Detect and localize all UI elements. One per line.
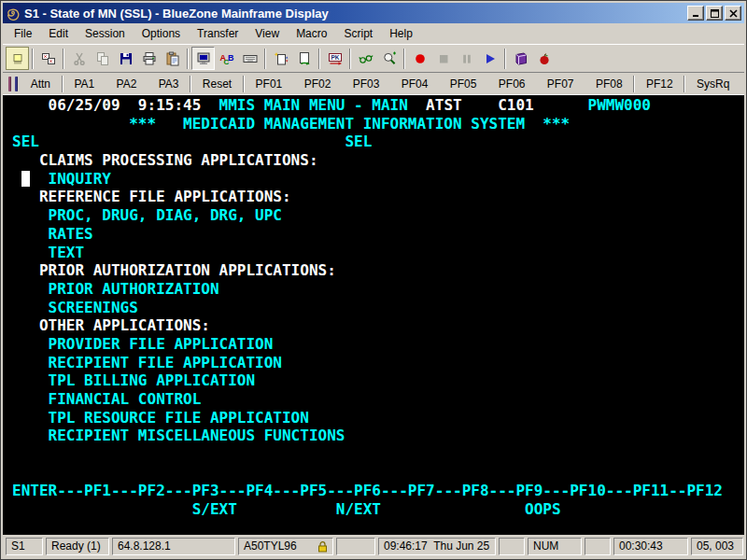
- key-pf08[interactable]: PF08: [585, 75, 633, 93]
- terminal-text: INQUIRY: [49, 170, 111, 189]
- toolbar-separator: [264, 49, 266, 69]
- display-settings-icon[interactable]: [191, 47, 215, 70]
- status-keyboard-state: NUM: [528, 538, 582, 555]
- key-pa1[interactable]: PA1: [63, 75, 106, 93]
- terminal-row-7: PROC, DRUG, DIAG, DRG, UPC: [12, 206, 744, 225]
- terminal-text: RATES: [49, 225, 93, 244]
- terminal-text: PROC, DRUG, DIAG, DRG, UPC: [49, 206, 282, 225]
- key-pf07[interactable]: PF07: [536, 75, 585, 93]
- status-host-ip: 64.8.128.1: [112, 538, 235, 555]
- menu-script[interactable]: Script: [335, 24, 381, 43]
- font-icon[interactable]: ACB: [215, 47, 238, 70]
- key-pa2[interactable]: PA2: [106, 75, 148, 93]
- cut-icon[interactable]: [67, 47, 91, 70]
- key-pf02[interactable]: PF02: [293, 75, 342, 93]
- menu-macro[interactable]: Macro: [288, 24, 335, 43]
- keyboard-map-icon[interactable]: [238, 47, 261, 70]
- copy-icon[interactable]: [91, 47, 114, 70]
- key-pf03[interactable]: PF03: [342, 75, 390, 93]
- status-device-name: A50TYL96: [238, 538, 333, 555]
- connect-icon[interactable]: [6, 47, 29, 70]
- record-macro-icon[interactable]: [408, 47, 431, 70]
- pause-macro-icon[interactable]: [455, 47, 478, 70]
- status-session-id-text: S1: [11, 539, 25, 553]
- view-glasses-icon[interactable]: [354, 47, 377, 70]
- key-pa3[interactable]: PA3: [148, 75, 190, 93]
- terminal-row-2: ***MEDICAID MANAGEMENT INFORMATION SYSTE…: [12, 115, 744, 133]
- window-title: S1 - State of MN (SSL) - BlueZone Mainfr…: [24, 7, 684, 21]
- status-device-name-text: A50TYL96: [244, 539, 297, 553]
- bluezone-spiral-icon[interactable]: [6, 6, 21, 21]
- print-icon[interactable]: [137, 47, 161, 70]
- svg-text:B: B: [228, 52, 234, 62]
- paste-icon[interactable]: [161, 47, 184, 70]
- menu-edit[interactable]: Edit: [40, 24, 77, 43]
- help-book-icon[interactable]: [509, 47, 532, 70]
- terminal-row-11: PRIOR AUTHORIZATION: [12, 280, 744, 299]
- toolbar-separator: [403, 49, 405, 69]
- program-keys-icon[interactable]: PK: [323, 47, 346, 70]
- terminal-row-19: RECIPIENT MISCELLANEOUS FUNCTIONS: [12, 427, 744, 445]
- status-bar: S1Ready (1)64.8.128.1A50TYL96 09:46:17 T…: [3, 535, 744, 557]
- menu-help[interactable]: Help: [381, 24, 421, 43]
- terminal-row-22: ENTER---PF1---PF2---PF3---PF4---PF5---PF…: [12, 482, 744, 500]
- terminal-screen[interactable]: 06/25/099:15:45MMIS MAIN MENU - MAINATST…: [3, 95, 744, 535]
- about-apple-icon[interactable]: [532, 47, 556, 70]
- toolbar-separator: [32, 49, 34, 69]
- window-controls: [687, 6, 741, 21]
- keybar-gripper-icon[interactable]: [15, 77, 18, 91]
- key-pf01[interactable]: PF01: [245, 75, 293, 93]
- terminal-text: PRIOR AUTHORIZATION: [49, 280, 219, 299]
- key-pf04[interactable]: PF04: [390, 75, 439, 93]
- terminal-text: 06/25/09: [49, 96, 120, 115]
- status-spacer-3: [585, 538, 611, 555]
- key-sysrq[interactable]: SysRq: [685, 75, 740, 93]
- title-bar: S1 - State of MN (SSL) - BlueZone Mainfr…: [3, 3, 744, 23]
- menu-options[interactable]: Options: [134, 24, 189, 43]
- key-attn[interactable]: Attn: [20, 75, 62, 93]
- status-status: Ready (1): [46, 538, 109, 555]
- terminal-text: RECIPIENT MISCELLANEOUS FUNCTIONS: [49, 427, 345, 445]
- keybar: AttnPA1PA2PA3ResetPF01PF02PF03PF04PF05PF…: [3, 72, 744, 95]
- jump-next-session-icon[interactable]: [36, 47, 60, 70]
- terminal-text: SEL: [345, 133, 372, 151]
- close-icon[interactable]: [725, 6, 741, 21]
- script-page-icon[interactable]: [292, 47, 316, 70]
- terminal-row-1: 06/25/099:15:45MMIS MAIN MENU - MAINATST…: [12, 96, 744, 115]
- play-macro-icon[interactable]: [478, 47, 501, 70]
- terminal-text: MEDICAID MANAGEMENT INFORMATION SYSTEM: [183, 115, 525, 133]
- toolbar-separator: [63, 49, 64, 69]
- menu-transfer[interactable]: Transfer: [189, 24, 247, 43]
- svg-text:PK: PK: [331, 54, 339, 61]
- status-status-text: Ready (1): [51, 539, 101, 553]
- menu-session[interactable]: Session: [77, 24, 134, 43]
- terminal-text: OTHER APPLICATIONS:: [39, 316, 210, 335]
- keybar-gripper-icon[interactable]: [8, 77, 11, 91]
- key-pf12[interactable]: PF12: [635, 75, 684, 93]
- maximize-icon[interactable]: [706, 6, 723, 21]
- toolbar-separator: [349, 49, 351, 69]
- menu-bar: FileEditSessionOptionsTransferViewMacroS…: [3, 23, 744, 44]
- menu-view[interactable]: View: [247, 24, 288, 43]
- stop-macro-icon[interactable]: [431, 47, 455, 70]
- terminal-text: ENTER---PF1---PF2---PF3---PF4---PF5---PF…: [12, 482, 723, 500]
- terminal-row-13: OTHER APPLICATIONS:: [12, 316, 744, 335]
- key-pf06[interactable]: PF06: [487, 75, 536, 93]
- status-spacer-1: [336, 538, 375, 555]
- menu-file[interactable]: File: [6, 24, 40, 43]
- key-reset[interactable]: Reset: [191, 75, 243, 93]
- terminal-row-24: [12, 519, 744, 535]
- terminal-row-15: RECIPIENT FILE APPLICATION: [12, 354, 744, 372]
- minimize-icon[interactable]: [687, 6, 704, 21]
- terminal-text: REFERENCE FILE APPLICATIONS:: [39, 188, 291, 206]
- key-pf05[interactable]: PF05: [439, 75, 487, 93]
- status-cursor-position-text: 05, 003: [697, 539, 734, 553]
- terminal-text: TPL RESOURCE FILE APPLICATION: [49, 409, 309, 427]
- save-icon[interactable]: [114, 47, 137, 70]
- terminal-row-12: SCREENINGS: [12, 299, 744, 317]
- terminal-row-5: INQUIRY: [12, 170, 744, 189]
- file-transfer-icon[interactable]: [269, 47, 292, 70]
- terminal-row-6: REFERENCE FILE APPLICATIONS:: [12, 188, 744, 206]
- terminal-text: MMIS MAIN MENU - MAIN: [219, 96, 408, 115]
- zoom-in-icon[interactable]: [377, 47, 401, 70]
